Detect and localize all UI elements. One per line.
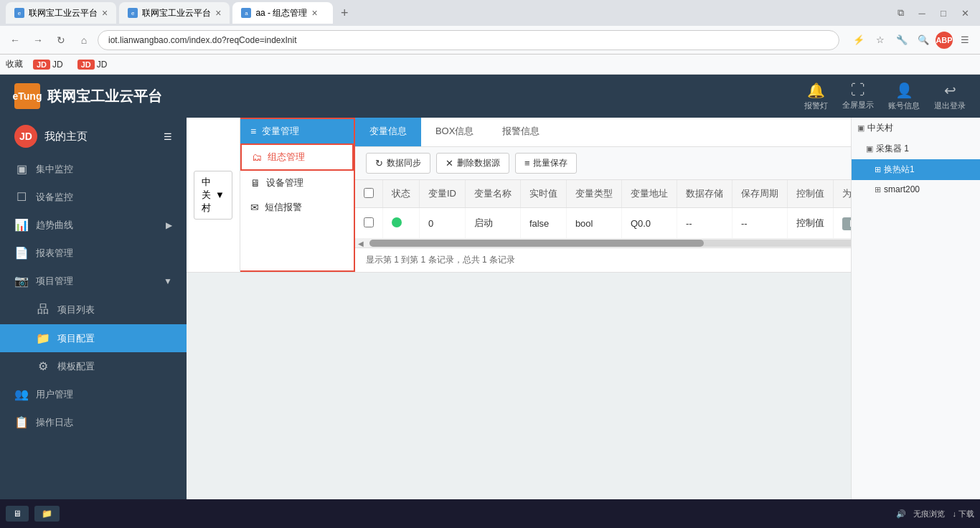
tree-icon-smart200: ⊞ [875,185,881,194]
lightning-icon[interactable]: ⚡ [849,31,868,50]
right-panel-node-zhongguancun[interactable]: ▣ 中关村 [852,118,980,138]
reload-button[interactable]: ↻ [52,31,70,50]
sidebar-item-template[interactable]: ⚙ 模板配置 [0,352,187,380]
sidebar-home[interactable]: JD 我的主页 ☰ [0,118,187,155]
scrollbar-thumb[interactable] [369,240,704,247]
app-container: eTung 联网宝工业云平台 🔔 报警灯 ⛶ 全屏显示 👤 账号信息 ↩ 退出登… [0,75,980,528]
submenu-item-var-mgmt[interactable]: ≡ 变量管理 [240,119,354,143]
tabs-bar: 变量信息 BOX信息 报警信息 [355,118,851,147]
back-button[interactable]: ← [6,31,24,50]
close-window-button[interactable]: ✕ [956,4,974,22]
favicon-1: e [14,8,24,18]
minimize-button[interactable]: ─ [913,4,931,22]
tab-close-1[interactable]: × [102,7,108,19]
row-save-period-cell: -- [732,208,787,239]
logout-button[interactable]: ↩ 退出登录 [934,82,966,111]
search-icon[interactable]: 🔍 [914,31,933,50]
tab-close-3[interactable]: × [311,7,317,19]
sidebar-item-project-config[interactable]: 📁 项目配置 [0,324,187,352]
tab-box-info[interactable]: BOX信息 [421,118,488,146]
scroll-left-arrow[interactable]: ◀ [355,240,367,248]
right-panel-node-heatexchanger[interactable]: ⊞ 换热站1 [852,159,980,180]
taskbar: 🖥 📁 🔊 无痕浏览 ↓ 下载 [0,499,980,528]
row-control-val-cell[interactable]: 控制值 [787,208,833,239]
sidebar-item-user[interactable]: 👥 用户管理 [0,380,187,408]
monitor-center-icon: ▣ [14,162,29,176]
bookmark-jd-1[interactable]: JD JD [29,58,67,71]
row-status-cell [382,208,419,239]
delete-datasource-button[interactable]: ✕ 删除数据源 [436,153,509,174]
var-mgmt-icon: ≡ [250,126,256,137]
bookmarks-label: 收藏 [6,58,23,70]
col-var-id: 变量ID [419,180,465,208]
favicon-2: e [128,8,138,18]
content-wrapper: JD 我的主页 ☰ ▣ 集中监控 ☐ 设备监控 📊 趋势曲线 ▶ [0,118,980,528]
fullscreen-button[interactable]: ⛶ 全屏显示 [842,82,874,110]
profile-button[interactable]: ABP [936,32,953,49]
user-icon: 👤 [895,82,913,99]
sidebar-item-trend[interactable]: 📊 趋势曲线 ▶ [0,211,187,239]
sidebar-item-log[interactable]: 📋 操作日志 [0,408,187,436]
sidebar-item-report[interactable]: 📄 报表管理 [0,239,187,267]
right-panel-node-collector[interactable]: ▣ 采集器 1 [852,138,980,159]
alarm-light-button[interactable]: 🔔 报警灯 [804,82,828,111]
location-dropdown-container[interactable]: 中关村 ▼ [187,118,240,272]
restore-button[interactable]: ⧉ [891,4,910,22]
group-mgmt-icon: 🗂 [252,151,262,163]
row-checkbox-cell [355,208,383,239]
col-realtime: 实时值 [520,180,566,208]
home-button[interactable]: ⌂ [75,31,93,50]
tab-3[interactable]: a aa - 组态管理 × [232,2,333,24]
submenu-area: 中关村 ▼ ≡ 变量管理 🗂 组态管理 🖥 [187,118,851,273]
logout-icon: ↩ [944,82,956,99]
account-info-button[interactable]: 👤 账号信息 [888,82,920,111]
sidebar-item-project-list[interactable]: 品 项目列表 [0,295,187,324]
taskbar-tray: 🔊 无痕浏览 ↓ 下载 [896,509,974,519]
tab-label-2: 联网宝工业云平台 [142,7,211,19]
bookmark-jd-2[interactable]: JD JD [73,58,112,71]
scrollbar-track[interactable] [369,240,851,247]
tab-close-2[interactable]: × [215,7,221,19]
sidebar-item-device-monitor[interactable]: ☐ 设备监控 [0,183,187,211]
right-panel-node-smart200[interactable]: ⊞ smart200 [852,180,980,199]
report-icon: 📄 [14,246,29,260]
horizontal-scrollbar[interactable]: ◀ ▶ [355,239,851,248]
url-bar[interactable]: iot.lianwangbao.com/index.do?reqCode=ind… [98,30,839,50]
submenu-item-sms-alert[interactable]: ✉ 短信报警 [240,195,354,220]
batch-save-button[interactable]: ≡ 批量保存 [515,153,578,174]
sidebar-item-label-template: 模板配置 [57,360,95,373]
tab-1[interactable]: e 联网宝工业云平台 × [6,2,116,24]
menu-icon[interactable]: ☰ [956,31,974,50]
tab-2[interactable]: e 联网宝工业云平台 × [119,2,230,24]
maximize-button[interactable]: □ [934,4,953,22]
row-var-addr: Q0.0 [631,218,651,229]
col-state0: 为0状态 [833,180,851,208]
row-control-val: 控制值 [796,217,824,228]
project-config-icon: 📁 [36,331,50,345]
new-tab-button[interactable]: + [336,4,353,22]
heatexchanger-label: 换热站1 [884,164,915,176]
privacy-text: 无痕浏览 [913,509,945,519]
taskbar-item-1[interactable]: 🖥 [6,506,29,522]
sync-data-button[interactable]: ↻ 数据同步 [366,153,430,174]
submenu-sms-label: 短信报警 [265,201,302,214]
sync-icon: ↻ [375,158,383,169]
tab-alert-info[interactable]: 报警信息 [488,118,554,146]
submenu-item-device-mgmt[interactable]: 🖥 设备管理 [240,171,354,195]
row-checkbox[interactable] [364,217,374,227]
tab-var-info[interactable]: 变量信息 [355,118,421,146]
submenu-item-group-mgmt[interactable]: 🗂 组态管理 [240,143,354,171]
bookmark-icon[interactable]: ☆ [871,31,890,50]
location-dropdown[interactable]: 中关村 ▼ [194,171,232,220]
address-bar: ← → ↻ ⌂ iot.lianwangbao.com/index.do?req… [0,26,980,55]
sidebar-item-monitor-center[interactable]: ▣ 集中监控 [0,155,187,183]
sidebar-item-project-mgmt[interactable]: 📷 项目管理 ▼ [0,267,187,295]
taskbar-item-2[interactable]: 📁 [34,506,60,522]
volume-icon[interactable]: 🔊 [896,509,906,519]
bell-icon: 🔔 [807,82,825,99]
extensions-icon[interactable]: 🔧 [892,31,911,50]
col-control-val: 控制值 [787,180,833,208]
select-all-checkbox[interactable] [364,188,374,198]
delete-icon: ✕ [446,158,453,169]
forward-button[interactable]: → [29,31,47,50]
